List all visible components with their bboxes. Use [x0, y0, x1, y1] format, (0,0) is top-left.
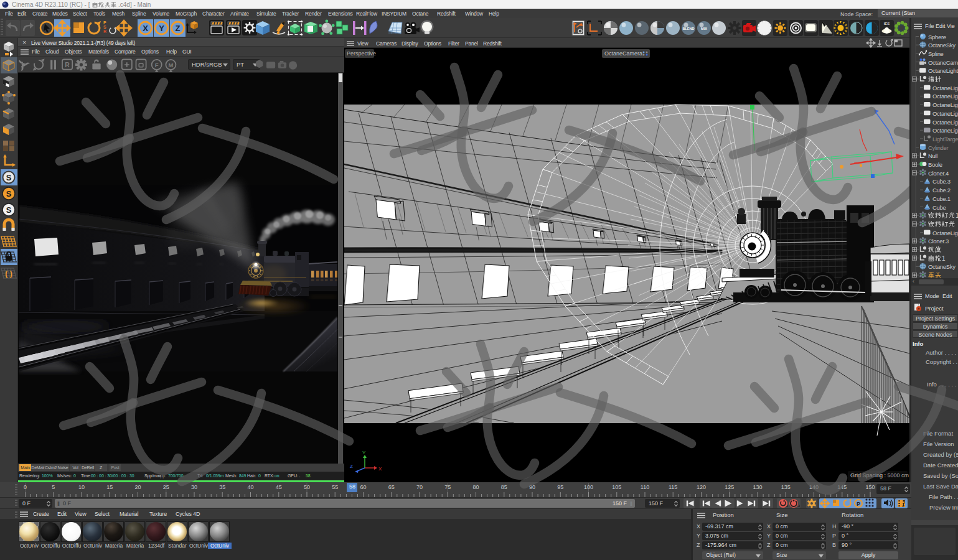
svg-text:P: P — [857, 501, 860, 507]
